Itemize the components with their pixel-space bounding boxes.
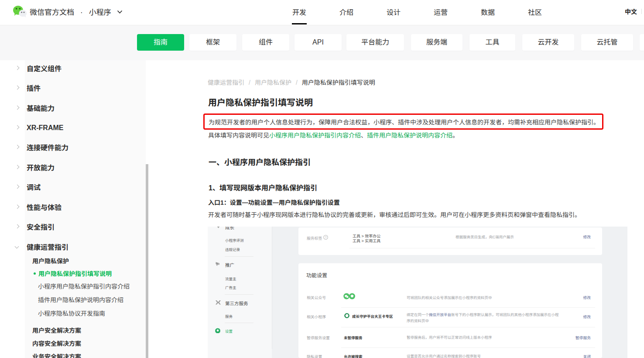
svg-text:?: ? [325, 235, 326, 239]
